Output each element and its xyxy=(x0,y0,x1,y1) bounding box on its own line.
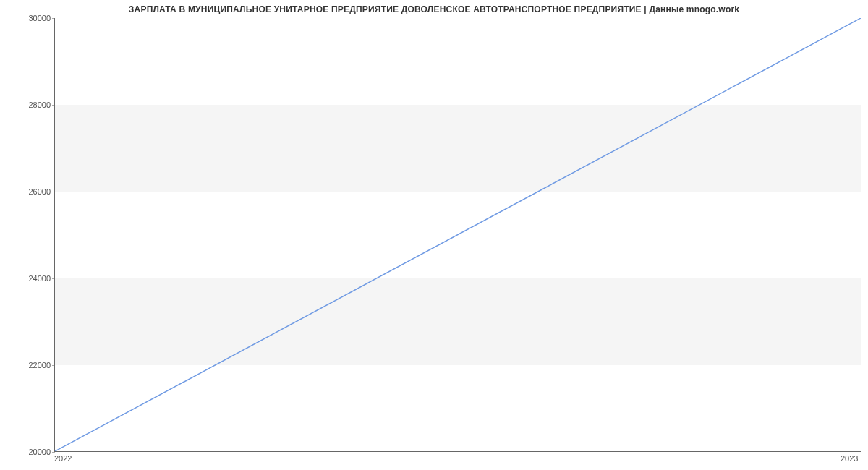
y-tick-mark xyxy=(52,452,55,453)
x-tick-label: 2022 xyxy=(54,454,72,463)
y-tick-label: 30000 xyxy=(7,14,51,22)
y-tick-label: 28000 xyxy=(7,101,51,109)
y-tick-label: 22000 xyxy=(7,361,51,369)
chart-title: ЗАРПЛАТА В МУНИЦИПАЛЬНОЕ УНИТАРНОЕ ПРЕДП… xyxy=(0,4,868,14)
y-tick-label: 20000 xyxy=(7,448,51,456)
chart-container: ЗАРПЛАТА В МУНИЦИПАЛЬНОЕ УНИТАРНОЕ ПРЕДП… xyxy=(0,0,868,470)
data-line xyxy=(55,18,861,451)
x-tick-label: 2023 xyxy=(841,454,858,463)
plot-area xyxy=(54,18,861,452)
line-svg xyxy=(55,18,861,451)
y-tick-label: 24000 xyxy=(7,274,51,283)
y-tick-label: 26000 xyxy=(7,187,51,196)
